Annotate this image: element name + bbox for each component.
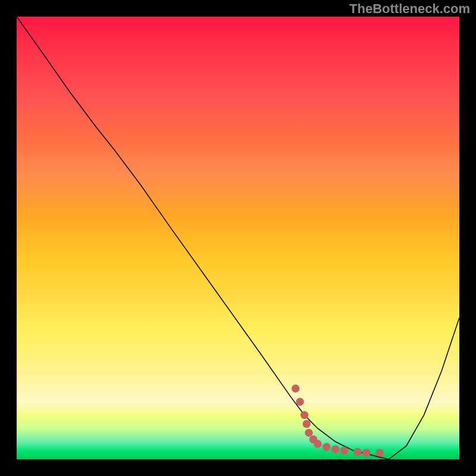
svg-point-11 [362, 449, 370, 456]
svg-point-3 [303, 420, 311, 428]
svg-point-8 [331, 445, 339, 453]
svg-point-7 [322, 443, 330, 450]
chart-plot-area [17, 17, 459, 459]
svg-point-4 [305, 429, 312, 437]
watermark-text: TheBottleneck.com [349, 1, 470, 17]
highlight-dots [17, 17, 459, 459]
svg-point-10 [353, 448, 361, 456]
svg-point-2 [300, 411, 308, 419]
svg-point-12 [375, 449, 383, 456]
svg-point-6 [314, 440, 321, 447]
svg-point-9 [340, 446, 348, 454]
svg-point-1 [296, 398, 303, 406]
svg-point-0 [292, 384, 299, 392]
